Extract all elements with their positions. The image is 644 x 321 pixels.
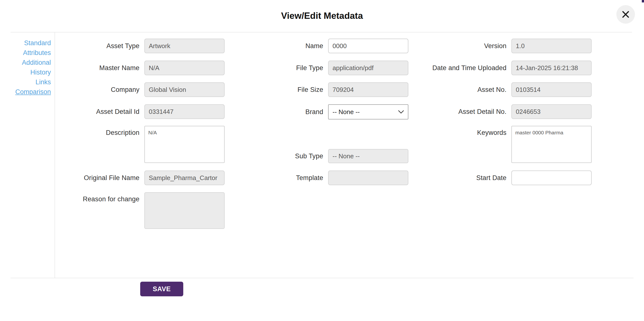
asset-detail-no-label: Asset Detail No. xyxy=(404,108,512,116)
reason-for-change-label: Reason for change xyxy=(56,192,144,203)
date-uploaded-label: Date and Time Uploaded xyxy=(404,64,512,72)
master-name-label: Master Name xyxy=(56,64,144,72)
sidebar-item-links[interactable]: Links xyxy=(0,77,51,87)
brand-select[interactable]: -- None -- xyxy=(328,104,408,120)
field-original-file-name: Original File Name Sample_Pharma_Cartor xyxy=(56,170,224,185)
close-button[interactable] xyxy=(616,5,635,24)
file-size-label: File Size xyxy=(245,86,328,94)
start-date-input[interactable] xyxy=(512,170,592,185)
original-file-name-label: Original File Name xyxy=(56,174,144,182)
sidebar-nav: Standard Attributes Additional History L… xyxy=(0,38,51,97)
reason-for-change-textarea xyxy=(144,192,224,229)
asset-detail-no-value: 0246653 xyxy=(512,104,592,119)
field-company: Company Global Vision xyxy=(56,82,224,97)
file-type-value: application/pdf xyxy=(328,61,408,75)
description-label: Description xyxy=(56,126,144,137)
sidebar-item-history[interactable]: History xyxy=(0,67,51,77)
keywords-textarea[interactable]: master 0000 Pharma xyxy=(512,126,592,163)
field-file-size: File Size 709204 xyxy=(245,82,408,97)
file-type-label: File Type xyxy=(245,64,328,72)
template-label: Template xyxy=(245,174,328,182)
version-value: 1.0 xyxy=(512,39,592,53)
field-template: Template xyxy=(245,170,408,185)
name-label: Name xyxy=(245,42,328,50)
field-file-type: File Type application/pdf xyxy=(245,61,408,75)
field-sub-type: Sub Type -- None -- xyxy=(245,149,408,163)
company-value: Global Vision xyxy=(144,82,224,97)
field-asset-detail-id: Asset Detail Id 0331447 xyxy=(56,104,224,119)
sidebar-item-comparison[interactable]: Comparison xyxy=(0,87,51,97)
asset-type-value: Artwork xyxy=(144,39,224,53)
brand-select-value: -- None -- xyxy=(332,108,360,116)
asset-detail-id-label: Asset Detail Id xyxy=(56,108,144,116)
brand-label: Brand xyxy=(245,108,328,116)
sidebar-item-additional[interactable]: Additional xyxy=(0,58,51,67)
save-button[interactable]: SAVE xyxy=(140,282,183,296)
asset-no-label: Asset No. xyxy=(404,86,512,94)
field-description: Description N/A xyxy=(56,126,224,163)
field-master-name: Master Name N/A xyxy=(56,61,224,75)
header-divider xyxy=(10,32,632,32)
field-keywords: Keywords master 0000 Pharma xyxy=(404,126,592,163)
chevron-down-icon xyxy=(398,110,404,114)
field-name: Name xyxy=(245,39,408,53)
field-version: Version 1.0 xyxy=(404,39,592,53)
field-asset-detail-no: Asset Detail No. 0246653 xyxy=(404,104,592,119)
start-date-label: Start Date xyxy=(404,174,512,182)
file-size-value: 709204 xyxy=(328,82,408,97)
sub-type-label: Sub Type xyxy=(245,152,328,160)
field-asset-type: Asset Type Artwork xyxy=(56,39,224,53)
asset-type-label: Asset Type xyxy=(56,42,144,50)
master-name-value: N/A xyxy=(144,61,224,75)
date-uploaded-value: 14-Jan-2025 16:21:38 xyxy=(512,61,592,75)
sidebar-item-attributes[interactable]: Attributes xyxy=(0,48,51,58)
field-start-date: Start Date xyxy=(404,170,592,185)
keywords-label: Keywords xyxy=(404,126,512,137)
close-icon xyxy=(622,10,630,18)
name-input[interactable] xyxy=(328,39,408,53)
field-date-uploaded: Date and Time Uploaded 14-Jan-2025 16:21… xyxy=(404,61,592,75)
field-reason-for-change: Reason for change xyxy=(56,192,224,229)
background-fragment xyxy=(642,0,644,2)
sub-type-value: -- None -- xyxy=(328,149,408,163)
footer-divider xyxy=(10,278,634,278)
company-label: Company xyxy=(56,86,144,94)
asset-no-value: 0103514 xyxy=(512,82,592,97)
version-label: Version xyxy=(404,42,512,50)
sidebar-divider xyxy=(54,32,55,278)
field-asset-no: Asset No. 0103514 xyxy=(404,82,592,97)
template-value xyxy=(328,170,408,185)
field-brand: Brand -- None -- xyxy=(245,104,408,120)
asset-detail-id-value: 0331447 xyxy=(144,104,224,119)
original-file-name-value: Sample_Pharma_Cartor xyxy=(144,170,224,185)
page-title: View/Edit Metadata xyxy=(0,11,644,21)
description-textarea[interactable]: N/A xyxy=(144,126,224,163)
sidebar-item-standard[interactable]: Standard xyxy=(0,38,51,48)
